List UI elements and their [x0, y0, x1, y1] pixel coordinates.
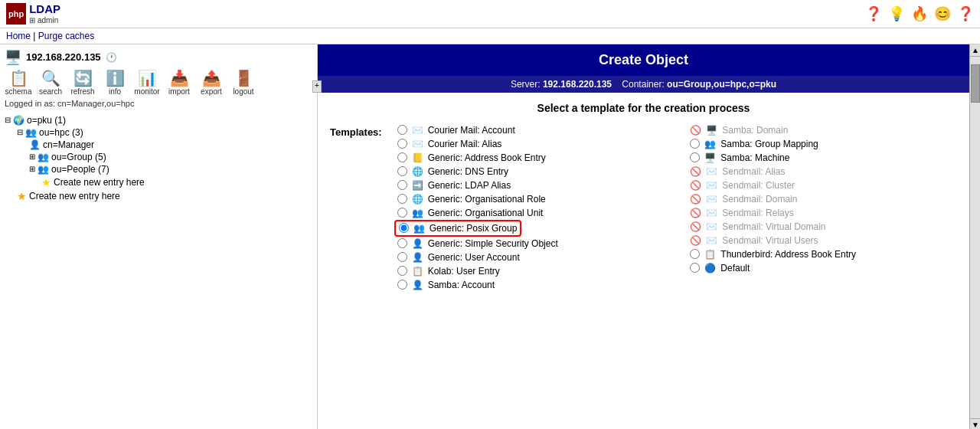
template-label-r2: Samba: Group Mapping: [720, 139, 818, 149]
template-sendmail-domain[interactable]: 🚫 ✉️ Sendmail: Domain: [687, 192, 957, 206]
tree-item-ouhpc[interactable]: ⊟ 👥 ou=hpc (3): [17, 126, 312, 139]
home-link[interactable]: Home: [6, 31, 31, 41]
posix-group-icon: 👥: [413, 223, 425, 234]
template-posix-group[interactable]: 👥 Generic: Posix Group: [394, 220, 522, 237]
org-unit-icon: 👥: [412, 208, 423, 218]
template-samba-group[interactable]: 👥 Samba: Group Mapping: [687, 137, 957, 151]
radio-courier-mail-account[interactable]: [397, 125, 407, 135]
purge-caches-link[interactable]: Purge caches: [38, 31, 94, 41]
schema-label: schema: [5, 87, 31, 96]
tree-label-oupeople: ou=People (7): [51, 164, 109, 175]
template-default[interactable]: 🔵 Default: [687, 261, 957, 275]
help-icon[interactable]: ❓: [865, 5, 882, 22]
topbar: php LDAP ⊞ admin ❓ 💡 🔥 😊 ❓: [0, 0, 980, 28]
template-label-5: Generic: LDAP Alias: [428, 180, 511, 191]
scroll-down-arrow[interactable]: ▼: [970, 418, 980, 430]
template-label-r4: Sendmail: Alias: [722, 166, 785, 177]
user-account-icon: 👤: [412, 252, 423, 263]
expand-sidebar-btn[interactable]: +: [312, 80, 318, 93]
template-samba-machine[interactable]: 🖥️ Samba: Machine: [687, 151, 957, 165]
disabled-icon-2: 🚫: [690, 166, 701, 177]
template-thunderbird-ab[interactable]: 📋 Thunderbird: Address Book Entry: [687, 247, 957, 261]
security-icon: 👤: [412, 238, 423, 249]
right-scrollbar[interactable]: ▲ ▼: [969, 44, 980, 430]
radio-samba-machine[interactable]: [690, 152, 700, 162]
radio-samba-account[interactable]: [397, 280, 407, 290]
scroll-up-arrow[interactable]: ▲: [970, 44, 980, 57]
template-dns-entry[interactable]: 🌐 Generic: DNS Entry: [394, 165, 665, 178]
radio-ldap-alias[interactable]: [397, 180, 407, 190]
tree-label-manager: cn=Manager: [43, 139, 94, 150]
template-org-role[interactable]: 🌐 Generic: Organisational Role: [394, 192, 665, 206]
template-label-r5: Sendmail: Cluster: [722, 180, 795, 191]
org-role-icon: 🌐: [412, 194, 423, 205]
info-button[interactable]: ℹ️ info: [101, 69, 129, 96]
template-label-6: Generic: Organisational Role: [428, 194, 546, 205]
radio-kolab-user[interactable]: [397, 266, 407, 276]
template-sendmail-relays[interactable]: 🚫 ✉️ Sendmail: Relays: [687, 206, 957, 220]
radio-default[interactable]: [690, 263, 700, 273]
export-button[interactable]: 📤 export: [198, 69, 225, 96]
template-courier-mail-alias[interactable]: ✉️ Courier Mail: Alias: [394, 137, 665, 151]
directory-tree: ⊟ 🌍 o=pku (1) ⊟ 👥 ou=hpc (3) 👤 cn=Manage…: [5, 114, 312, 203]
template-user-account[interactable]: 👤 Generic: User Account: [394, 251, 665, 264]
radio-org-unit[interactable]: [397, 208, 407, 218]
radio-simple-security[interactable]: [397, 238, 407, 248]
content-header: Create Object: [318, 44, 969, 76]
tree-item-oupeople[interactable]: ⊞ 👥 ou=People (7): [29, 163, 312, 175]
template-samba-domain[interactable]: 🚫 🖥️ Samba: Domain: [687, 123, 957, 137]
create-entry-2[interactable]: ★ Create new entry here: [17, 189, 312, 203]
fire-icon[interactable]: 🔥: [911, 5, 928, 22]
tree-item-opku[interactable]: ⊟ 🌍 o=pku (1): [5, 114, 312, 126]
smiley-icon[interactable]: 😊: [934, 5, 951, 22]
import-button[interactable]: 📥 import: [165, 69, 193, 96]
template-samba-account[interactable]: 👤 Samba: Account: [394, 278, 665, 292]
radio-user-account[interactable]: [397, 252, 407, 262]
container-value: ou=Group,ou=hpc,o=pku: [667, 79, 776, 90]
template-sendmail-vusers[interactable]: 🚫 ✉️ Sendmail: Virtual Users: [687, 234, 957, 247]
template-label-1: Courier Mail: Account: [428, 125, 515, 136]
disabled-icon-6: 🚫: [690, 221, 701, 232]
radio-dns-entry[interactable]: [397, 166, 407, 176]
create-entry-1[interactable]: ★ Create new entry here: [41, 175, 312, 189]
template-sendmail-cluster[interactable]: 🚫 ✉️ Sendmail: Cluster: [687, 178, 957, 192]
sendmail-cluster-icon: ✉️: [706, 180, 717, 191]
template-sendmail-vdomain[interactable]: 🚫 ✉️ Sendmail: Virtual Domain: [687, 220, 957, 234]
main-layout: 🖥️ 192.168.220.135 🕐 📋 schema 🔍 search 🔄…: [0, 44, 980, 430]
template-courier-mail-account[interactable]: ✉️ Courier Mail: Account: [394, 123, 665, 137]
logout-button[interactable]: 🚪 logout: [230, 69, 257, 96]
right-templates: 🚫 🖥️ Samba: Domain 👥 Samba: Group Mappin…: [687, 123, 957, 292]
template-ldap-alias[interactable]: ➡️ Generic: LDAP Alias: [394, 178, 665, 192]
radio-address-book[interactable]: [397, 152, 407, 162]
monitor-button[interactable]: 📊 monitor: [133, 69, 161, 96]
template-simple-security[interactable]: 👤 Generic: Simple Security Object: [394, 237, 665, 251]
template-address-book[interactable]: 📒 Generic: Address Book Entry: [394, 151, 665, 165]
mail-icon-2: ✉️: [412, 139, 423, 149]
template-label-3: Generic: Address Book Entry: [428, 152, 546, 163]
tree-item-ougroup[interactable]: ⊞ 👥 ou=Group (5): [29, 151, 312, 163]
search-label: search: [39, 87, 62, 96]
tree-item-manager[interactable]: 👤 cn=Manager: [29, 139, 312, 151]
disabled-icon-3: 🚫: [690, 180, 701, 191]
search-icon: 🔍: [41, 69, 60, 87]
question-icon[interactable]: ❓: [957, 5, 974, 22]
user-icon: 👤: [29, 139, 41, 150]
template-sendmail-alias[interactable]: 🚫 ✉️ Sendmail: Alias: [687, 165, 957, 178]
refresh-button[interactable]: 🔄 refresh: [69, 69, 96, 96]
schema-button[interactable]: 📋 schema: [5, 69, 32, 96]
radio-thunderbird-ab[interactable]: [690, 249, 700, 259]
radio-samba-group[interactable]: [690, 139, 700, 149]
thunderbird-icon: 📋: [704, 249, 716, 260]
group-icon2: 👥: [38, 152, 49, 162]
logged-in-info: Logged in as: cn=Manager,ou=hpc: [5, 99, 312, 108]
scroll-thumb[interactable]: [971, 64, 980, 103]
template-org-unit[interactable]: 👥 Generic: Organisational Unit: [394, 206, 665, 220]
lightbulb-icon[interactable]: 💡: [888, 5, 905, 22]
radio-org-role[interactable]: [397, 194, 407, 204]
template-kolab-user[interactable]: 📋 Kolab: User Entry: [394, 264, 665, 278]
search-button[interactable]: 🔍 search: [37, 69, 64, 96]
radio-posix-group[interactable]: [399, 223, 409, 233]
server-address: 192.168.220.135: [26, 51, 101, 63]
template-label-12: Samba: Account: [428, 280, 495, 290]
radio-courier-mail-alias[interactable]: [397, 139, 407, 149]
